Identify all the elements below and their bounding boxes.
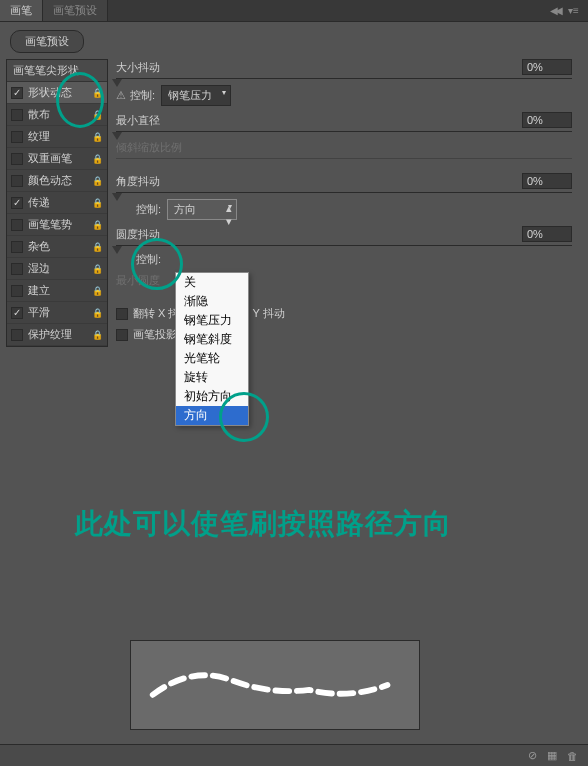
- dropdown-option[interactable]: 旋转: [176, 368, 248, 387]
- lock-icon[interactable]: 🔒: [92, 88, 103, 98]
- dropdown-option[interactable]: 钢笔斜度: [176, 330, 248, 349]
- brush-projection[interactable]: 画笔投影: [116, 327, 177, 342]
- toggle-icon[interactable]: ⊘: [528, 749, 537, 762]
- sidebar-item-label: 画笔笔势: [28, 217, 72, 232]
- sidebar-item-transfer[interactable]: 传递 🔒: [7, 192, 107, 214]
- control-label: 控制:: [130, 88, 155, 103]
- direction-dropdown-menu: 关 渐隐 钢笔压力 钢笔斜度 光笔轮 旋转 初始方向 方向: [175, 272, 249, 426]
- footer-bar: ⊘ ▦ 🗑: [0, 744, 588, 766]
- sidebar-item-label: 双重画笔: [28, 151, 72, 166]
- sidebar-item-protect-texture[interactable]: 保护纹理 🔒: [7, 324, 107, 346]
- lock-icon[interactable]: 🔒: [92, 198, 103, 208]
- sidebar-item-brush-pose[interactable]: 画笔笔势 🔒: [7, 214, 107, 236]
- sidebar-item-label: 建立: [28, 283, 50, 298]
- dropdown-option[interactable]: 光笔轮: [176, 349, 248, 368]
- panel-body: 画笔预设 画笔笔尖形状 形状动态 🔒 散布 🔒 纹理 🔒 双重画笔: [0, 22, 588, 353]
- checkbox[interactable]: [11, 263, 23, 275]
- checkbox[interactable]: [11, 131, 23, 143]
- sidebar-item-smoothing[interactable]: 平滑 🔒: [7, 302, 107, 324]
- new-icon[interactable]: ▦: [547, 749, 557, 762]
- lock-icon[interactable]: 🔒: [92, 286, 103, 296]
- dropdown-option[interactable]: 初始方向: [176, 387, 248, 406]
- lock-icon[interactable]: 🔒: [92, 220, 103, 230]
- lock-icon[interactable]: 🔒: [92, 330, 103, 340]
- checkbox[interactable]: [11, 109, 23, 121]
- sidebar-item-label: 保护纹理: [28, 327, 72, 342]
- panel-header: 画笔 画笔预设 ◀◀ ▾≡: [0, 0, 588, 22]
- tab-brush[interactable]: 画笔: [0, 0, 43, 21]
- sidebar-item-label: 纹理: [28, 129, 50, 144]
- checkbox[interactable]: [11, 153, 23, 165]
- lock-icon[interactable]: 🔒: [92, 110, 103, 120]
- brush-preview: [130, 640, 420, 730]
- min-diameter-input[interactable]: [522, 112, 572, 128]
- angle-jitter-label: 角度抖动: [116, 174, 186, 189]
- lock-icon[interactable]: 🔒: [92, 308, 103, 318]
- checkbox[interactable]: [116, 308, 128, 320]
- sidebar-item-noise[interactable]: 杂色 🔒: [7, 236, 107, 258]
- sidebar-item-dual-brush[interactable]: 双重画笔 🔒: [7, 148, 107, 170]
- roundness-jitter-input[interactable]: [522, 226, 572, 242]
- dropdown-option[interactable]: 关: [176, 273, 248, 292]
- sidebar-header[interactable]: 画笔笔尖形状: [7, 60, 107, 82]
- tab-brush-preset[interactable]: 画笔预设: [43, 0, 108, 21]
- angle-jitter-slider[interactable]: [116, 192, 572, 193]
- sidebar-item-label: 传递: [28, 195, 50, 210]
- lock-icon[interactable]: 🔒: [92, 132, 103, 142]
- brush-options-sidebar: 画笔笔尖形状 形状动态 🔒 散布 🔒 纹理 🔒 双重画笔 🔒: [6, 59, 108, 347]
- brush-projection-label: 画笔投影: [133, 327, 177, 342]
- lock-icon[interactable]: 🔒: [92, 264, 103, 274]
- sidebar-item-texture[interactable]: 纹理 🔒: [7, 126, 107, 148]
- sidebar-item-label: 杂色: [28, 239, 50, 254]
- control-dropdown-direction[interactable]: 方向▴▾: [167, 199, 237, 220]
- warning-icon: ⚠: [116, 89, 126, 102]
- lock-icon[interactable]: 🔒: [92, 176, 103, 186]
- dropdown-option[interactable]: 渐隐: [176, 292, 248, 311]
- tilt-scale-label: 倾斜缩放比例: [116, 140, 186, 155]
- checkbox[interactable]: [11, 197, 23, 209]
- roundness-jitter-slider[interactable]: [116, 245, 572, 246]
- brush-preset-button[interactable]: 画笔预设: [10, 30, 84, 53]
- sidebar-item-color-dynamics[interactable]: 颜色动态 🔒: [7, 170, 107, 192]
- menu-icon[interactable]: ▾≡: [568, 5, 580, 17]
- dropdown-option-selected[interactable]: 方向: [176, 406, 248, 425]
- checkbox[interactable]: [11, 241, 23, 253]
- sidebar-item-label: 散布: [28, 107, 50, 122]
- checkbox[interactable]: [11, 285, 23, 297]
- control-label: 控制:: [136, 202, 161, 217]
- lock-icon[interactable]: 🔒: [92, 154, 103, 164]
- angle-jitter-input[interactable]: [522, 173, 572, 189]
- dropdown-option[interactable]: 钢笔压力: [176, 311, 248, 330]
- sidebar-item-label: 颜色动态: [28, 173, 72, 188]
- control-label: 控制:: [136, 252, 161, 267]
- sidebar-item-build-up[interactable]: 建立 🔒: [7, 280, 107, 302]
- checkbox[interactable]: [11, 329, 23, 341]
- size-jitter-slider[interactable]: [116, 78, 572, 79]
- sidebar-item-shape-dynamics[interactable]: 形状动态 🔒: [7, 82, 107, 104]
- sidebar-item-label: 平滑: [28, 305, 50, 320]
- lock-icon[interactable]: 🔒: [92, 242, 103, 252]
- sidebar-item-wet-edges[interactable]: 湿边 🔒: [7, 258, 107, 280]
- checkbox[interactable]: [116, 329, 128, 341]
- min-diameter-label: 最小直径: [116, 113, 186, 128]
- collapse-icon[interactable]: ◀◀: [550, 5, 562, 17]
- size-jitter-input[interactable]: [522, 59, 572, 75]
- control-dropdown-pen-pressure[interactable]: 钢笔压力: [161, 85, 231, 106]
- min-diameter-slider[interactable]: [116, 131, 572, 132]
- sidebar-item-label: 形状动态: [28, 85, 72, 100]
- sidebar-item-label: 湿边: [28, 261, 50, 276]
- sidebar-item-scattering[interactable]: 散布 🔒: [7, 104, 107, 126]
- size-jitter-label: 大小抖动: [116, 60, 186, 75]
- checkbox[interactable]: [11, 219, 23, 231]
- checkbox[interactable]: [11, 175, 23, 187]
- checkbox[interactable]: [11, 87, 23, 99]
- roundness-jitter-label: 圆度抖动: [116, 227, 186, 242]
- annotation-text: 此处可以使笔刷按照路径方向: [75, 505, 452, 543]
- trash-icon[interactable]: 🗑: [567, 750, 578, 762]
- checkbox[interactable]: [11, 307, 23, 319]
